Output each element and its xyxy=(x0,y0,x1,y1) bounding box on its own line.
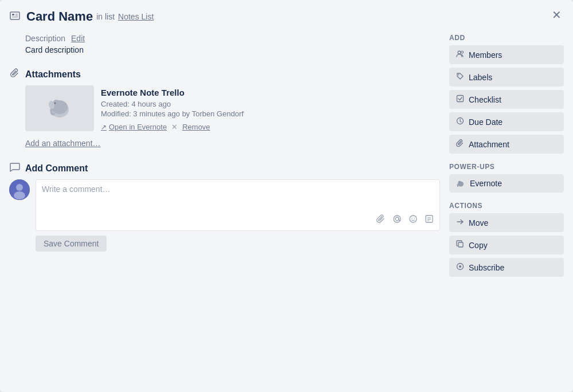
svg-point-25 xyxy=(461,51,464,53)
comment-toolbar xyxy=(42,210,434,226)
members-icon xyxy=(456,50,464,60)
checklist-button[interactable]: Checklist xyxy=(449,90,564,109)
copy-icon xyxy=(456,240,464,250)
members-label: Members xyxy=(469,50,502,60)
copy-label: Copy xyxy=(469,241,488,250)
svg-point-31 xyxy=(459,182,460,183)
due-date-icon xyxy=(456,117,464,127)
subscribe-button[interactable]: Subscribe xyxy=(449,258,564,277)
svg-point-19 xyxy=(414,218,415,219)
subscribe-label: Subscribe xyxy=(469,263,504,272)
comment-section-header: Add Comment xyxy=(9,162,440,175)
in-list-text: in list xyxy=(96,12,115,21)
checklist-label: Checklist xyxy=(469,95,501,104)
attachments-header: Attachments xyxy=(9,68,440,81)
svg-point-18 xyxy=(411,218,413,219)
actions-section-title: Actions xyxy=(449,202,564,210)
svg-point-16 xyxy=(394,215,401,222)
attachment-actions: ↗ Open in Evernote ✕ Remove xyxy=(101,123,440,131)
add-attachment-button[interactable]: Add an attachment… xyxy=(25,139,101,148)
svg-rect-32 xyxy=(458,242,463,247)
external-link-icon: ↗ xyxy=(101,123,107,131)
attachment-icon xyxy=(456,139,464,149)
close-button[interactable]: ✕ xyxy=(547,7,566,23)
header-title-group: Card Name in list Notes List xyxy=(26,9,154,24)
checklist-icon xyxy=(456,95,464,104)
labels-button[interactable]: Labels xyxy=(449,68,564,87)
mention-tool-icon[interactable] xyxy=(393,214,402,226)
attachments-title: Attachments xyxy=(25,69,81,80)
save-comment-button[interactable]: Save Comment xyxy=(36,236,107,252)
add-section-title: Add xyxy=(449,34,564,42)
comment-placeholder: Write a comment… xyxy=(42,185,434,210)
card-modal: ✕ Card Name in list Notes List Descripti… xyxy=(0,0,573,392)
main-content: Description Edit Card description Attach… xyxy=(9,34,440,383)
attachment-modified: Modified: 3 minutes ago by Torben Gendor… xyxy=(101,109,440,118)
attachments-section: Attachments xyxy=(9,68,440,148)
emoji-tool-icon[interactable] xyxy=(409,214,418,226)
description-label: Description xyxy=(25,34,65,43)
due-date-label: Due Date xyxy=(469,117,503,127)
comment-section-icon xyxy=(9,162,21,175)
svg-point-17 xyxy=(410,215,417,222)
card-icon xyxy=(9,10,21,25)
attachment-info: Evernote Note Trello Created: 4 hours ag… xyxy=(101,85,440,131)
attachment-tool-icon[interactable] xyxy=(376,214,386,226)
card-name: Card Name xyxy=(26,9,93,24)
description-row: Description Edit xyxy=(25,34,440,43)
modal-header: Card Name in list Notes List xyxy=(9,9,564,25)
attachment-created: Created: 4 hours ago xyxy=(101,100,440,108)
description-section: Description Edit Card description xyxy=(9,34,440,54)
due-date-button[interactable]: Due Date xyxy=(449,112,564,131)
powerups-section-title: Power-Ups xyxy=(449,163,564,171)
comment-input-box[interactable]: Write a comment… xyxy=(36,179,440,231)
card-description-text: Card description xyxy=(25,45,440,54)
user-avatar xyxy=(9,179,30,200)
comment-section: Add Comment Write a comment… xyxy=(9,162,440,252)
attachment-name: Evernote Note Trello xyxy=(101,88,440,97)
svg-point-34 xyxy=(459,265,461,268)
sidebar: Add Members xyxy=(449,34,564,383)
svg-point-15 xyxy=(395,217,399,221)
copy-button[interactable]: Copy xyxy=(449,236,564,254)
attachment-label: Attachment xyxy=(469,140,509,149)
svg-rect-1 xyxy=(12,14,14,15)
attachment-item: Evernote Note Trello Created: 4 hours ag… xyxy=(25,85,440,131)
svg-rect-27 xyxy=(457,96,464,102)
svg-rect-0 xyxy=(10,12,19,19)
subscribe-icon xyxy=(456,262,464,272)
svg-point-26 xyxy=(458,75,460,76)
evernote-label: Evernote xyxy=(470,179,502,188)
open-evernote-link[interactable]: ↗ Open in Evernote xyxy=(101,123,167,131)
svg-point-24 xyxy=(458,51,461,54)
members-button[interactable]: Members xyxy=(449,45,564,64)
modal-body: Description Edit Card description Attach… xyxy=(9,34,564,383)
evernote-icon xyxy=(456,179,465,188)
svg-point-9 xyxy=(54,103,56,104)
remove-attachment-link[interactable]: Remove xyxy=(182,123,210,131)
list-name-link[interactable]: Notes List xyxy=(118,12,154,21)
comment-section-title: Add Comment xyxy=(25,163,88,174)
edit-description-button[interactable]: Edit xyxy=(71,34,85,43)
svg-point-13 xyxy=(14,191,25,199)
svg-point-12 xyxy=(16,184,23,191)
attachment-button[interactable]: Attachment xyxy=(449,135,564,154)
attachment-section-icon xyxy=(9,68,21,81)
separator: ✕ xyxy=(171,123,178,131)
labels-label: Labels xyxy=(469,73,492,82)
format-tool-icon[interactable] xyxy=(425,214,434,226)
comment-input-area: Write a comment… xyxy=(9,179,440,231)
move-button[interactable]: Move xyxy=(449,213,564,232)
svg-rect-3 xyxy=(15,15,18,16)
evernote-powerup-button[interactable]: Evernote xyxy=(449,174,564,193)
svg-rect-2 xyxy=(15,14,18,14)
attachment-thumbnail xyxy=(25,85,94,131)
labels-icon xyxy=(456,72,464,82)
move-label: Move xyxy=(469,218,488,228)
move-icon xyxy=(456,218,464,228)
svg-rect-4 xyxy=(12,17,18,17)
